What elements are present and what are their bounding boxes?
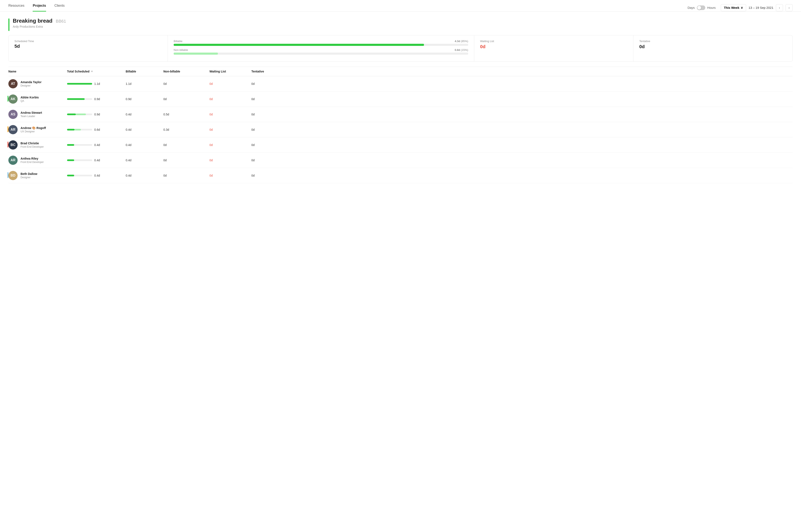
mini-bar-track [67, 129, 92, 131]
person-name: Andrew 🎨 Rogoff [21, 126, 46, 130]
person-name: Abbie Korbis [21, 96, 39, 99]
billable-value: 0.4d [126, 158, 164, 162]
billable-label: Billable [174, 40, 183, 43]
non-billable-value: 0d [164, 143, 209, 147]
avatar-wrap: AR [8, 125, 18, 134]
avatar: AS [8, 110, 18, 119]
total-value: 0.6d [94, 128, 100, 131]
mini-bar-green [67, 144, 74, 146]
non-billable-row: Non-billable 0.8d (15%) [174, 49, 468, 55]
mini-bar-track [67, 114, 92, 115]
person-info: Beth Dallow Designer [21, 172, 37, 179]
total-value: 0.4d [94, 158, 100, 162]
billable-value: 0.4d [126, 143, 164, 147]
toggle-hours-label: Hours [707, 6, 716, 10]
this-week-button[interactable]: This Week ∨ [721, 4, 746, 11]
total-scheduled-cell: 1.1d [67, 82, 126, 86]
project-subtitle: Ardy Productions Extra [13, 25, 66, 28]
tentative-value: 0d [251, 128, 289, 131]
avatar-wrap: AK [8, 94, 18, 104]
billable-card: Billable 4.3d (85%) Non-billable 0.8d (1… [168, 35, 474, 61]
total-scheduled-cell: 0.4d [67, 143, 126, 147]
person-name: Brad Christie [21, 141, 44, 145]
table-row: AR Anthea Riley Front End Developer 0.4d… [8, 153, 793, 168]
person-cell: AS Andrea Stewart Team Leader [8, 110, 67, 119]
tentative-value: 0d [251, 97, 289, 101]
billable-value: 0.9d [126, 97, 164, 101]
table-row: BD Beth Dallow Designer 0.4d 0.4d 0d 0d … [8, 168, 793, 183]
non-billable-bar-fill [174, 53, 218, 55]
table-section: Name Total Scheduled ▼ Billable Non-bill… [8, 67, 793, 183]
mini-bar-track [67, 175, 92, 176]
mini-bar-green [67, 129, 75, 131]
sort-icon: ▼ [91, 70, 93, 73]
tab-resources[interactable]: Resources [8, 4, 24, 12]
total-value: 1.1d [94, 82, 100, 86]
mini-bar-track [67, 98, 92, 100]
mini-bar-light [76, 114, 86, 115]
avatar: AR [8, 156, 18, 165]
tentative-value: 0d [251, 158, 289, 162]
billable-row: Billable 4.3d (85%) [174, 40, 468, 46]
total-scheduled-cell: 0.9d [67, 113, 126, 116]
tentative-value: 0d [251, 113, 289, 116]
project-header: Breaking bread BB61 Ardy Productions Ext… [0, 12, 801, 35]
nav-tabs: Resources Projects Clients [8, 4, 65, 12]
waiting-list-value: 0d [209, 82, 251, 86]
top-navigation: Resources Projects Clients Days Hours Th… [0, 0, 801, 12]
col-total-scheduled[interactable]: Total Scheduled ▼ [67, 70, 126, 73]
waiting-list-value: 0d [480, 44, 627, 50]
avatar: AR [8, 125, 18, 134]
total-scheduled-cell: 0.6d [67, 128, 126, 131]
scheduled-label: Scheduled Time [15, 40, 162, 43]
non-billable-label: Non-billable [174, 49, 188, 52]
date-range: 13 – 19 Sep 2021 [749, 6, 774, 10]
billable-value: 0.4d [126, 174, 164, 177]
next-week-button[interactable]: › [785, 4, 793, 11]
person-cell: AR Andrew 🎨 Rogoff UX Designer [8, 125, 67, 134]
person-info: Anthea Riley Front End Developer [21, 157, 44, 164]
mini-bar-green [67, 83, 92, 84]
table-header: Name Total Scheduled ▼ Billable Non-bill… [8, 67, 793, 76]
toggle-switch[interactable] [697, 5, 705, 10]
scheduled-value: 5d [15, 43, 162, 49]
person-role: Designer [21, 84, 41, 87]
billable-value: 1.1d [126, 82, 164, 86]
person-info: Amanda Taylor Designer [21, 80, 41, 87]
billable-bar-fill [174, 44, 424, 46]
stats-section: Scheduled Time 5d Billable 4.3d (85%) No… [8, 35, 793, 61]
waiting-list-value: 0d [209, 174, 251, 177]
person-name: Beth Dallow [21, 172, 37, 175]
table-row: AK Abbie Korbis QA 0.9d 0.9d 0d 0d 0d [8, 92, 793, 107]
prev-week-button[interactable]: ‹ [776, 4, 783, 11]
tentative-value: 0d [639, 44, 786, 50]
person-cell: AR Anthea Riley Front End Developer [8, 156, 67, 165]
person-name: Andrea Stewart [21, 111, 42, 114]
toggle-days-label: Days [687, 6, 694, 10]
table-row: AT Amanda Taylor Designer 1.1d 1.1d 0d 0… [8, 76, 793, 92]
mini-bar-track [67, 144, 92, 146]
project-title-group: Breaking bread BB61 Ardy Productions Ext… [13, 18, 66, 28]
person-cell: AK Abbie Korbis QA [8, 94, 67, 104]
avatar: BC [8, 140, 18, 150]
total-scheduled-cell: 0.9d [67, 97, 126, 101]
table-body: AT Amanda Taylor Designer 1.1d 1.1d 0d 0… [8, 76, 793, 183]
total-value: 0.9d [94, 97, 100, 101]
non-billable-value: 0.5d [164, 113, 209, 116]
mini-bar-track [67, 159, 92, 161]
non-billable-value: 0d [164, 174, 209, 177]
tentative-value: 0d [251, 82, 289, 86]
days-hours-toggle: Days Hours [687, 5, 716, 10]
person-role: QA [21, 99, 39, 102]
person-name: Amanda Taylor [21, 80, 41, 84]
waiting-list-card: Waiting List 0d [474, 35, 633, 61]
mini-bar-light [75, 129, 81, 131]
avatar-wrap: AR [8, 156, 18, 165]
table-row: BC Brad Christie Front End Developer 0.4… [8, 137, 793, 153]
mini-bar-green [67, 175, 74, 176]
mini-bar-green [67, 114, 76, 115]
mini-bar-green [67, 98, 84, 100]
tab-clients[interactable]: Clients [55, 4, 65, 12]
tab-projects[interactable]: Projects [33, 4, 46, 12]
billable-value: 4.3d (85%) [455, 40, 468, 43]
